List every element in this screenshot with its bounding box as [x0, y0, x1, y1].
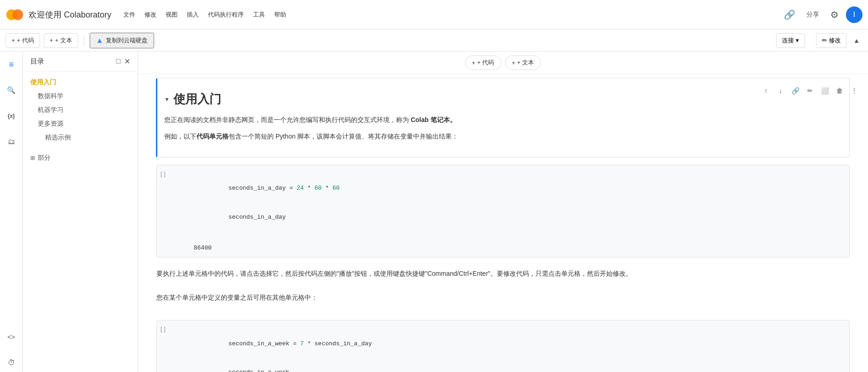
sidebar-search-icon[interactable]: 🔍 [2, 81, 21, 99]
add-code-label: + 代码 [17, 36, 34, 45]
para3: 要执行上述单元格中的代码，请点击选择它，然后按代码左侧的"播放"按钮，或使用键盘… [156, 268, 850, 279]
intro-para1-bold: Colab 笔记本。 [411, 116, 456, 123]
history-icon: ⏱ [8, 359, 15, 367]
code-bracket-open-2: [ [161, 326, 162, 332]
section-collapse-icon[interactable]: ▼ [164, 96, 170, 103]
copy-to-drive-button[interactable]: ▲ 复制到云端硬盘 [90, 33, 155, 48]
code-line-2: seconds_in_a_day [171, 203, 847, 232]
move-down-icon[interactable]: ↓ [774, 84, 787, 97]
add-text-label: + 文本 [55, 36, 72, 45]
code-bracket-open: [ [161, 171, 162, 177]
toc-section[interactable]: ⊞ 部分 [23, 150, 138, 166]
code-num-1: 24 [297, 185, 304, 192]
intro-para2: 例如，以下代码单元格包含一个简短的 Python 脚本，该脚本会计算值、将其存储… [164, 131, 842, 142]
code-cell-2-run-area: [ ] [157, 326, 169, 332]
toc-item-data-science[interactable]: 数据科学 [23, 89, 138, 103]
toc-open-icon[interactable]: □ [116, 57, 121, 66]
cell-plus-code-icon: + [472, 59, 476, 66]
menu-view[interactable]: 视图 [161, 7, 182, 22]
share-button[interactable]: 分享 [803, 9, 823, 21]
toc-icon: ≡ [9, 60, 14, 70]
code-bracket-close-2: ] [164, 326, 165, 332]
code-op-3: * [322, 185, 332, 192]
drive-icon: ▲ [96, 36, 103, 45]
toc-item-intro[interactable]: 使用入门 [23, 76, 138, 89]
cell-add-text-label: + 文本 [517, 58, 534, 67]
code-cell-2-line-2: seconds_in_a_week [171, 358, 847, 372]
header-actions: 🔗 分享 ⚙ I [784, 6, 862, 23]
toc-title: 目录 [30, 57, 116, 66]
toc-close-icon[interactable]: ✕ [124, 57, 130, 66]
code-bracket-close: ] [164, 171, 165, 177]
code-var-2: seconds_in_a_day [229, 214, 286, 221]
toc-item-ml[interactable]: 机器学习 [23, 103, 138, 117]
code-cell-2-line-1: seconds_in_a_week = 7 * seconds_in_a_day [171, 330, 847, 358]
intro-para1: 您正在阅读的文档并非静态网页，而是一个允许您编写和执行代码的交互式环境，称为 C… [164, 115, 842, 126]
edit-button[interactable]: ✏ 修改 [816, 33, 847, 48]
plus-icon-2: + [50, 37, 53, 44]
notebook-section: ▼ 使用入门 您正在阅读的文档并非静态网页，而是一个允许您编写和执行代码的交互式… [138, 78, 868, 372]
link-cell-icon[interactable]: 🔗 [789, 84, 802, 97]
toolbar-separator [84, 35, 84, 46]
toc-item-more[interactable]: 更多资源 [23, 117, 138, 131]
edit-cell-icon[interactable]: ✏ [804, 84, 816, 97]
menu-edit[interactable]: 修改 [140, 7, 161, 22]
sidebar-variable-icon[interactable]: {x} [2, 107, 21, 125]
toc-item-examples[interactable]: 精选示例 [23, 131, 138, 145]
code-cell-1-gutter: [ ] seconds_in_a_day = 24 * 60 * 60 seco… [157, 165, 849, 241]
link-icon[interactable]: 🔗 [784, 9, 795, 20]
plus-icon: + [11, 37, 15, 44]
sidebar-history-icon[interactable]: ⏱ [2, 354, 21, 372]
menubar: 文件 修改 视图 插入 代码执行程序 工具 帮助 [119, 7, 291, 22]
notebook-content: + + 代码 + + 文本 ↑ ↓ 🔗 ✏ ⬜ 🗑 ⋮ [138, 52, 868, 372]
sidebar-code-icon[interactable]: <> [2, 328, 21, 346]
delete-cell-icon[interactable]: 🗑 [833, 84, 846, 97]
copy-cloud-label: 复制到云端硬盘 [106, 36, 148, 45]
cell-insert-toolbar: + + 代码 + + 文本 [138, 52, 868, 74]
move-up-icon[interactable]: ↑ [759, 84, 772, 97]
intro-text-cell: 您正在阅读的文档并非静态网页，而是一个允许您编写和执行代码的交互式环境，称为 C… [164, 111, 842, 151]
cell-add-code-label: + 代码 [477, 58, 494, 67]
connect-button[interactable]: 连接 ▾ [776, 33, 805, 48]
code-var-1: seconds_in_a_day [229, 185, 290, 192]
code-icon: <> [7, 333, 15, 341]
menu-help[interactable]: 帮助 [270, 7, 291, 22]
toc-header-icons: □ ✕ [116, 57, 130, 66]
menu-file[interactable]: 文件 [119, 7, 140, 22]
sidebar-files-icon[interactable]: 🗂 [2, 133, 21, 151]
toc-section-label: 部分 [38, 154, 51, 162]
intro-para2-code: 代码单元格 [196, 133, 229, 140]
menu-insert[interactable]: 插入 [182, 7, 203, 22]
sidebar-toc-icon[interactable]: ≡ [2, 55, 21, 74]
code-cell-2[interactable]: [ ] seconds_in_a_week = 7 * seconds_in_a… [156, 320, 850, 372]
code-cell-1[interactable]: [ ] seconds_in_a_day = 24 * 60 * 60 seco… [156, 165, 850, 258]
user-avatar[interactable]: I [846, 6, 862, 23]
settings-icon[interactable]: ⚙ [830, 9, 839, 20]
cell-add-text-button[interactable]: + + 文本 [505, 55, 541, 70]
cell-add-code-button[interactable]: + + 代码 [465, 55, 501, 70]
search-icon: 🔍 [7, 86, 16, 94]
code-num-3: 60 [333, 185, 340, 192]
expand-cell-icon[interactable]: ⬜ [818, 84, 831, 97]
collapse-button[interactable]: ▲ [851, 34, 862, 47]
add-text-button[interactable]: + + 文本 [44, 33, 78, 48]
connect-chevron-icon: ▾ [796, 37, 799, 44]
add-code-button[interactable]: + + 代码 [6, 33, 40, 48]
code-cell-2-gutter: [ ] seconds_in_a_week = 7 * seconds_in_a… [157, 320, 849, 372]
menu-runtime[interactable]: 代码执行程序 [203, 7, 248, 22]
section-title: 使用入门 [173, 91, 221, 107]
code-cell-1-content: seconds_in_a_day = 24 * 60 * 60 seconds_… [169, 171, 849, 236]
notebook-body: ↑ ↓ 🔗 ✏ ⬜ 🗑 ⋮ ▼ 使用入门 [138, 78, 868, 372]
intro-para2-suffix: 包含一个简短的 Python 脚本，该脚本会计算值、将其存储在变量中并输出结果： [229, 133, 458, 140]
edit-pencil-icon: ✏ [822, 37, 827, 44]
menu-tools[interactable]: 工具 [248, 7, 270, 22]
section-header-cell[interactable]: ▼ 使用入门 您正在阅读的文档并非静态网页，而是一个允许您编写和执行代码的交互式… [156, 78, 850, 157]
cell-top-actions: ↑ ↓ 🔗 ✏ ⬜ 🗑 ⋮ [759, 84, 861, 97]
more-cell-icon[interactable]: ⋮ [848, 84, 861, 97]
notebook-toolbar: + + 代码 + + 文本 ▲ 复制到云端硬盘 连接 ▾ ✏ 修改 ▲ [0, 29, 868, 52]
edit-label: 修改 [829, 36, 841, 45]
para4: 您在某个单元格中定义的变量之后可用在其他单元格中： [156, 292, 850, 303]
sidebar-icons: ≡ 🔍 {x} 🗂 <> ⏱ [0, 52, 23, 372]
toc-panel: 目录 □ ✕ 使用入门 数据科学 机器学习 更多资源 精选示例 ⊞ 部分 [23, 52, 138, 372]
code-num-2: 60 [315, 185, 322, 192]
